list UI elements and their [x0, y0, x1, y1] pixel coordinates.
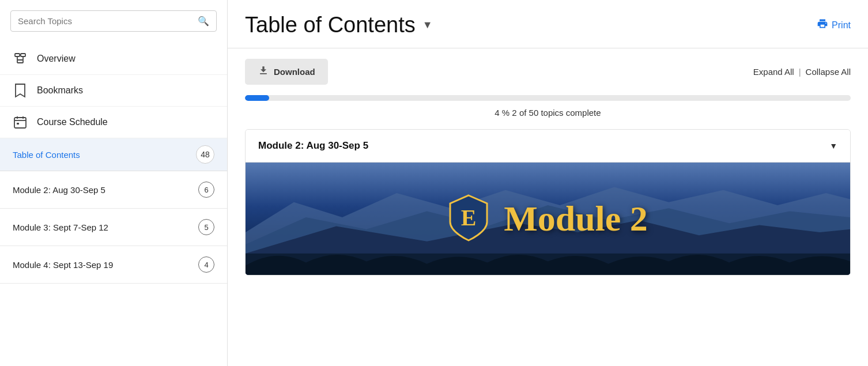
expand-all-button[interactable]: Expand All — [753, 67, 794, 77]
course-schedule-label: Course Schedule — [37, 117, 108, 127]
svg-rect-0 — [15, 54, 20, 56]
module-card: Module 2: Aug 30-Sep 5 ▼ — [245, 129, 851, 276]
search-box[interactable]: 🔍 — [10, 10, 217, 32]
progress-bar-fill — [245, 95, 269, 101]
module2-label: Module 2: Aug 30-Sep 5 — [13, 185, 105, 195]
svg-rect-4 — [17, 60, 23, 63]
expand-collapse-controls: Expand All | Collapse All — [753, 67, 851, 77]
main-content: Table of Contents ▼ Print Download Expan… — [228, 0, 868, 366]
download-label: Download — [274, 67, 315, 77]
module2-badge: 6 — [198, 182, 214, 198]
module3-label: Module 3: Sept 7-Sep 12 — [13, 222, 108, 232]
divider: | — [799, 67, 801, 77]
overview-icon — [13, 51, 28, 66]
module-collapse-icon: ▼ — [829, 141, 837, 150]
collapse-all-button[interactable]: Collapse All — [806, 67, 851, 77]
main-title-area: Table of Contents ▼ — [245, 13, 433, 37]
svg-rect-5 — [14, 118, 26, 128]
sidebar-module3[interactable]: Module 3: Sept 7-Sep 12 5 — [0, 209, 227, 246]
svg-rect-1 — [21, 54, 25, 56]
module-card-title: Module 2: Aug 30-Sep 5 — [258, 140, 368, 152]
title-dropdown-icon[interactable]: ▼ — [422, 19, 433, 31]
toc-link[interactable]: Table of Contents — [13, 150, 80, 160]
calendar-icon — [13, 115, 28, 130]
toc-section: Table of Contents 48 — [0, 138, 227, 171]
progress-text: 4 % 2 of 50 topics complete — [245, 105, 851, 120]
sidebar-item-overview[interactable]: Overview — [0, 43, 227, 75]
sidebar-item-course-schedule[interactable]: Course Schedule — [0, 107, 227, 138]
toolbar-row: Download Expand All | Collapse All — [228, 48, 868, 90]
main-header: Table of Contents ▼ Print — [228, 0, 868, 48]
page-title: Table of Contents — [245, 13, 416, 37]
banner-module-text: Module 2 — [504, 198, 648, 239]
module-banner: E Module 2 — [246, 163, 850, 275]
bookmarks-label: Bookmarks — [37, 85, 83, 96]
sidebar: 🔍 Overview Bookmarks — [0, 0, 228, 366]
module3-badge: 5 — [198, 219, 214, 235]
module4-label: Module 4: Sept 13-Sep 19 — [13, 260, 113, 270]
sidebar-item-bookmarks[interactable]: Bookmarks — [0, 75, 227, 107]
download-icon — [258, 65, 269, 79]
search-icon: 🔍 — [198, 16, 209, 27]
search-input[interactable] — [18, 16, 198, 26]
svg-rect-9 — [17, 123, 19, 124]
toc-badge: 48 — [196, 145, 214, 164]
download-button[interactable]: Download — [245, 59, 328, 85]
module4-badge: 4 — [198, 256, 214, 273]
svg-text:E: E — [461, 205, 477, 231]
bookmark-icon — [13, 83, 28, 98]
shield-emblem: E — [448, 193, 489, 244]
sidebar-module2[interactable]: Module 2: Aug 30-Sep 5 6 — [0, 171, 227, 209]
sidebar-module4[interactable]: Module 4: Sept 13-Sep 19 4 — [0, 246, 227, 284]
print-label: Print — [832, 20, 851, 31]
module-card-header[interactable]: Module 2: Aug 30-Sep 5 ▼ — [246, 130, 850, 163]
progress-section: 4 % 2 of 50 topics complete — [228, 90, 868, 129]
overview-label: Overview — [37, 54, 76, 64]
print-button[interactable]: Print — [817, 18, 851, 32]
progress-bar — [245, 95, 851, 101]
print-icon — [817, 18, 828, 32]
